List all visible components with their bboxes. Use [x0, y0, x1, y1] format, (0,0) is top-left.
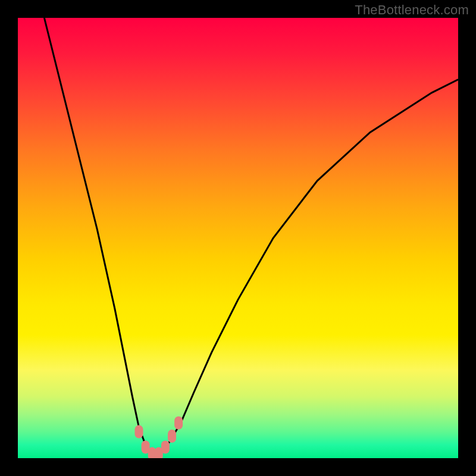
plot-area: [18, 18, 458, 458]
bottleneck-curve: [44, 18, 458, 456]
curve-marker: [161, 441, 170, 454]
curve-marker: [135, 425, 143, 439]
curve-marker: [174, 416, 183, 430]
watermark-text: TheBottleneck.com: [355, 2, 469, 18]
curve-marker: [168, 430, 176, 443]
chart-frame: TheBottleneck.com: [0, 0, 476, 476]
curve-layer: [18, 18, 458, 458]
